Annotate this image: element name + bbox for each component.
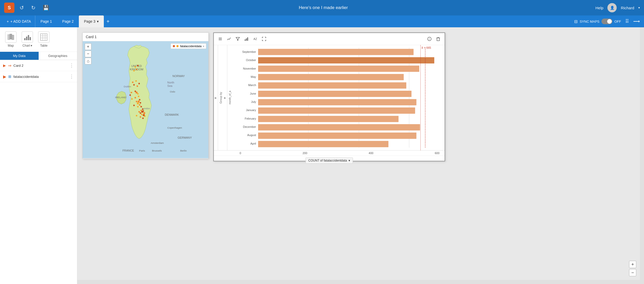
- tab-page1[interactable]: Page 1: [35, 15, 57, 27]
- svg-point-42: [139, 99, 140, 101]
- undo-button[interactable]: ↺: [18, 4, 26, 12]
- filter-icon: [236, 37, 240, 41]
- svg-rect-92: [258, 91, 411, 97]
- sync-maps-label: SYNC MAPS: [580, 20, 599, 23]
- svg-rect-94: [258, 107, 415, 114]
- chart-widget-button[interactable]: Chart ▾: [22, 31, 33, 47]
- svg-point-66: [142, 118, 144, 119]
- canvas-area: Card 1 + − ⌂ fatalaccidentdata ›: [77, 27, 644, 284]
- fatalaccidentdata-item[interactable]: ▶ ⊞ fatalaccidentdata ⋮: [0, 71, 77, 82]
- y-axis-labels: September October November May March Jun…: [232, 45, 258, 150]
- add-tab-button[interactable]: +: [104, 15, 112, 27]
- my-data-tab[interactable]: My Data: [0, 52, 39, 60]
- info-icon: i: [427, 37, 431, 41]
- group-by-arrow-2[interactable]: ▶: [223, 45, 227, 150]
- filter-button[interactable]: [234, 35, 242, 43]
- expand-icon: [262, 37, 266, 41]
- svg-rect-88: [258, 57, 434, 63]
- canvas-scroll-right[interactable]: [640, 27, 644, 284]
- legend-arrow[interactable]: ›: [203, 45, 204, 48]
- list-view-button[interactable]: [216, 35, 224, 43]
- zoom-out-map-button[interactable]: −: [85, 51, 91, 57]
- grid-view-icon[interactable]: ⠿: [625, 18, 629, 24]
- info-button[interactable]: i: [426, 35, 433, 43]
- svg-text:Oslo: Oslo: [170, 90, 175, 93]
- x-400: 400: [369, 152, 373, 155]
- svg-point-49: [134, 66, 136, 68]
- map-widget-button[interactable]: Map: [5, 31, 16, 47]
- x-200: 200: [302, 152, 307, 155]
- help-link[interactable]: Help: [595, 6, 603, 10]
- card2-data-item[interactable]: ▶ ⇒ Card 2 ⋮: [0, 60, 77, 71]
- chart-right-tools: i: [426, 35, 442, 43]
- y-label-5: June: [232, 92, 256, 95]
- trend-button[interactable]: [225, 35, 233, 43]
- tab-right-area: ⊟ SYNC MAPS OFF ⠿ ⟶: [112, 15, 644, 27]
- group-by-arrow-1[interactable]: ▶: [214, 45, 218, 150]
- save-button[interactable]: 💾: [41, 4, 51, 12]
- trash-icon: [436, 37, 440, 41]
- canvas-scroll-bottom[interactable]: [77, 280, 640, 284]
- svg-point-57: [138, 83, 140, 84]
- fatalaccidentdata-label: fatalaccidentdata: [13, 75, 67, 79]
- chart-widget-icon: [22, 31, 33, 43]
- geographies-tab[interactable]: Geographies: [39, 52, 77, 60]
- tab-page3-dropdown-icon[interactable]: ▾: [97, 19, 99, 23]
- user-dropdown-icon[interactable]: ▾: [638, 6, 640, 10]
- y-label-8: February: [232, 117, 256, 120]
- map-legend: fatalaccidentdata ›: [171, 43, 206, 49]
- card2-chart: AZ i: [213, 32, 445, 161]
- svg-point-63: [133, 105, 135, 106]
- expand-button[interactable]: [260, 35, 268, 43]
- svg-text:Copenhagen: Copenhagen: [167, 126, 182, 129]
- count-dropdown[interactable]: COUNT of fatalaccidentdata ▾: [306, 157, 353, 164]
- plus-icon: +: [7, 19, 9, 23]
- svg-point-33: [140, 110, 142, 111]
- delete-button[interactable]: [434, 35, 442, 43]
- connect-icon[interactable]: ⟶: [633, 19, 640, 24]
- bars-area: x̄ = 665: [258, 45, 445, 150]
- svg-point-36: [140, 112, 141, 114]
- svg-point-44: [140, 102, 141, 104]
- svg-point-55: [135, 80, 137, 82]
- table-widget-button[interactable]: Table: [38, 31, 49, 47]
- svg-text:NORWAY: NORWAY: [173, 74, 185, 78]
- redo-button[interactable]: ↻: [29, 4, 38, 12]
- card2-menu-icon[interactable]: ⋮: [69, 63, 74, 68]
- table-icon-svg: [40, 34, 47, 41]
- svg-point-51: [137, 65, 139, 66]
- svg-point-43: [137, 102, 139, 104]
- sidebar: Map Chart ▾: [0, 27, 77, 284]
- sync-maps-toggle[interactable]: [601, 19, 612, 24]
- y-label-11: April: [232, 142, 256, 145]
- svg-rect-89: [258, 65, 419, 72]
- map-controls: + − ⌂: [85, 43, 91, 64]
- canvas-zoom-out-button[interactable]: −: [629, 269, 636, 276]
- canvas-zoom-in-button[interactable]: +: [629, 261, 636, 268]
- svg-rect-3: [12, 35, 14, 40]
- table-widget-icon: [38, 31, 49, 43]
- svg-rect-98: [258, 141, 388, 147]
- add-data-button[interactable]: + + ADD DATA: [3, 15, 35, 27]
- app-logo[interactable]: S: [4, 3, 14, 13]
- tab-page3[interactable]: Page 3 ▾: [79, 15, 104, 27]
- sort-button[interactable]: AZ: [251, 35, 259, 43]
- chart-widget-dropdown[interactable]: Chart ▾: [22, 44, 32, 47]
- tab-page2[interactable]: Page 2: [57, 15, 79, 27]
- card2-link-icon: ⇒: [8, 63, 11, 68]
- canvas-zoom-controls: + −: [629, 261, 636, 276]
- home-map-button[interactable]: ⌂: [85, 58, 91, 64]
- svg-point-45: [136, 101, 137, 102]
- y-label-3: May: [232, 75, 256, 78]
- svg-point-62: [139, 104, 140, 106]
- map-container: + − ⌂ fatalaccidentdata ›: [83, 41, 208, 158]
- map-widget-label: Map: [8, 44, 14, 47]
- bar-chart-button[interactable]: [243, 35, 250, 43]
- svg-rect-95: [258, 116, 399, 122]
- svg-point-67: [144, 115, 146, 117]
- svg-point-54: [133, 84, 135, 86]
- fatalaccidentdata-menu-icon[interactable]: ⋮: [69, 74, 74, 79]
- zoom-in-map-button[interactable]: +: [85, 43, 91, 50]
- layout-icon[interactable]: ⊟: [574, 19, 578, 24]
- svg-point-56: [137, 85, 138, 87]
